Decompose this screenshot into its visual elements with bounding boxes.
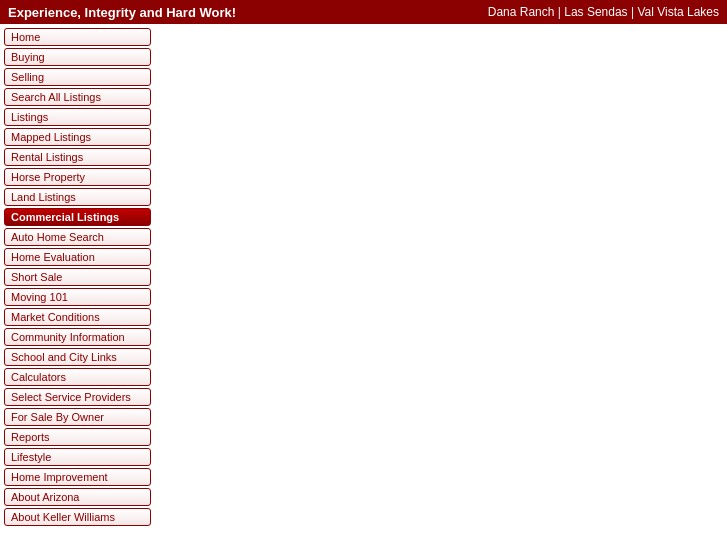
sidebar-item-select-service-providers[interactable]: Select Service Providers [4, 388, 151, 406]
sidebar-item-calculators[interactable]: Calculators [4, 368, 151, 386]
main-layout: HomeBuyingSellingSearch All ListingsList… [0, 24, 727, 545]
sidebar-item-rental-listings[interactable]: Rental Listings [4, 148, 151, 166]
sidebar-item-about-keller-williams[interactable]: About Keller Williams [4, 508, 151, 526]
header-links: Dana Ranch | Las Sendas | Val Vista Lake… [488, 5, 719, 19]
sidebar-item-market-conditions[interactable]: Market Conditions [4, 308, 151, 326]
sidebar-item-listings[interactable]: Listings [4, 108, 151, 126]
header: Experience, Integrity and Hard Work! Dan… [0, 0, 727, 24]
sidebar-item-short-sale[interactable]: Short Sale [4, 268, 151, 286]
sidebar-item-land-listings[interactable]: Land Listings [4, 188, 151, 206]
sidebar-item-lifestyle[interactable]: Lifestyle [4, 448, 151, 466]
content-area [155, 24, 727, 545]
sidebar-item-search-all-listings[interactable]: Search All Listings [4, 88, 151, 106]
sidebar-item-reports[interactable]: Reports [4, 428, 151, 446]
sidebar-item-selling[interactable]: Selling [4, 68, 151, 86]
sidebar-item-horse-property[interactable]: Horse Property [4, 168, 151, 186]
sidebar-item-home-improvement[interactable]: Home Improvement [4, 468, 151, 486]
sidebar-item-buying[interactable]: Buying [4, 48, 151, 66]
sidebar-item-home[interactable]: Home [4, 28, 151, 46]
sidebar-item-auto-home-search[interactable]: Auto Home Search [4, 228, 151, 246]
sidebar-item-school-and-city-links[interactable]: School and City Links [4, 348, 151, 366]
sidebar-item-commercial-listings[interactable]: Commercial Listings [4, 208, 151, 226]
sidebar-item-about-arizona[interactable]: About Arizona [4, 488, 151, 506]
sidebar-item-for-sale-by-owner[interactable]: For Sale By Owner [4, 408, 151, 426]
header-tagline: Experience, Integrity and Hard Work! [8, 5, 236, 20]
sidebar-item-moving-101[interactable]: Moving 101 [4, 288, 151, 306]
sidebar-item-mapped-listings[interactable]: Mapped Listings [4, 128, 151, 146]
sidebar: HomeBuyingSellingSearch All ListingsList… [0, 24, 155, 545]
sidebar-item-home-evaluation[interactable]: Home Evaluation [4, 248, 151, 266]
sidebar-item-community-information[interactable]: Community Information [4, 328, 151, 346]
